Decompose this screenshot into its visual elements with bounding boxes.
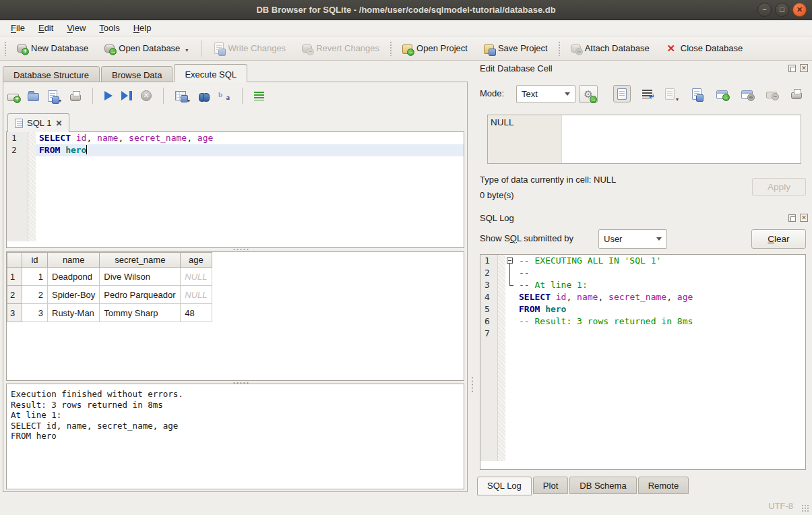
apply-button[interactable]: Apply bbox=[752, 178, 806, 196]
open-external-icon bbox=[716, 90, 728, 99]
sql-log-filter-select[interactable]: User bbox=[598, 229, 667, 249]
code-line: 4SELECT id, name, secret_name, age bbox=[480, 291, 805, 303]
chevron-down-icon bbox=[565, 92, 570, 96]
minimize-button[interactable]: − bbox=[757, 3, 772, 17]
save-sql-file-button[interactable]: ▾ bbox=[48, 88, 61, 104]
toolbar-drag-handle[interactable] bbox=[4, 41, 7, 56]
maximize-button[interactable]: □ bbox=[775, 3, 789, 17]
status-bar: UTF-8 bbox=[0, 497, 812, 515]
table-cell[interactable]: NULL bbox=[181, 268, 212, 286]
write-changes-button[interactable]: Write Changes bbox=[208, 40, 292, 57]
cell-value-editor[interactable]: NULL bbox=[487, 115, 801, 164]
sql-editor[interactable]: 1SELECT id, name, secret_name, age2FROM … bbox=[6, 131, 464, 248]
close-database-button[interactable]: Close Database bbox=[660, 40, 749, 57]
menu-tools[interactable]: Tools bbox=[94, 22, 125, 34]
row-number[interactable]: 3 bbox=[7, 304, 22, 322]
dock-float-icon[interactable] bbox=[788, 65, 796, 72]
dock-close-icon[interactable] bbox=[800, 214, 808, 222]
menu-view[interactable]: View bbox=[61, 22, 91, 34]
table-cell[interactable]: Pedro Parqueador bbox=[100, 286, 181, 304]
clear-log-button[interactable]: Clear bbox=[751, 229, 806, 249]
open-sql-file-icon bbox=[28, 93, 39, 101]
table-cell[interactable]: Spider-Boy bbox=[48, 286, 100, 304]
save-results-icon bbox=[175, 91, 186, 100]
close-database-icon bbox=[666, 42, 677, 55]
table-cell[interactable]: Rusty-Man bbox=[48, 304, 100, 322]
word-wrap-button[interactable] bbox=[638, 85, 656, 102]
export-data-button[interactable] bbox=[688, 85, 706, 102]
copy-link-button[interactable] bbox=[738, 85, 755, 102]
dock-close-icon[interactable] bbox=[800, 64, 808, 72]
splitter-handle[interactable] bbox=[232, 248, 250, 251]
mode-select[interactable]: Text bbox=[516, 85, 575, 103]
format-sql-icon bbox=[254, 92, 264, 100]
table-cell[interactable]: 48 bbox=[181, 304, 212, 322]
autocomplete-button[interactable] bbox=[218, 88, 230, 104]
execute-line-button[interactable] bbox=[121, 88, 132, 104]
code-line: 1SELECT id, name, secret_name, age bbox=[7, 132, 464, 144]
open-project-button[interactable]: Open Project bbox=[396, 40, 474, 57]
tab-database-structure[interactable]: Database Structure bbox=[3, 66, 100, 82]
open-sql-tab-button[interactable] bbox=[7, 88, 19, 104]
close-button[interactable]: ✕ bbox=[792, 3, 807, 17]
cell-value: NULL bbox=[491, 117, 514, 127]
set-null-button[interactable] bbox=[763, 85, 780, 102]
print-sql-button[interactable] bbox=[70, 88, 81, 104]
menu-edit[interactable]: Edit bbox=[33, 22, 59, 34]
open-database-button[interactable]: Open Database ▾ bbox=[98, 40, 194, 56]
table-cell[interactable]: Deadpond bbox=[48, 268, 100, 286]
tab-sql-log[interactable]: SQL Log bbox=[477, 477, 532, 495]
column-header-secret_name[interactable]: secret_name bbox=[100, 253, 181, 268]
sql-log-filter-label: Show SQL submitted by bbox=[480, 233, 573, 243]
text-mode-button[interactable] bbox=[613, 85, 631, 102]
menu-file[interactable]: File bbox=[5, 22, 30, 34]
right-dock-area: Edit Database Cell Mode: Text ▾ NULL Typ… bbox=[476, 61, 812, 497]
set-null-icon bbox=[766, 92, 777, 98]
open-database-dropdown-icon[interactable]: ▾ bbox=[185, 47, 188, 53]
menu-bar: FileEditViewToolsHelp bbox=[0, 20, 812, 36]
column-header-name[interactable]: name bbox=[48, 253, 100, 268]
table-cell[interactable]: 2 bbox=[22, 286, 48, 304]
execute-line-icon bbox=[121, 91, 128, 100]
open-in-external-button[interactable] bbox=[713, 85, 730, 102]
mode-label: Mode: bbox=[480, 88, 504, 98]
format-sql-button[interactable] bbox=[254, 88, 264, 104]
tab-plot[interactable]: Plot bbox=[533, 477, 568, 494]
tab-browse-data[interactable]: Browse Data bbox=[101, 66, 173, 82]
sql-file-icon bbox=[15, 119, 23, 128]
column-header-id[interactable]: id bbox=[22, 253, 48, 268]
tab-execute-sql[interactable]: Execute SQL bbox=[174, 64, 247, 82]
tab-remote[interactable]: Remote bbox=[638, 477, 689, 494]
table-cell[interactable]: Dive Wilson bbox=[100, 268, 181, 286]
sql-log-view[interactable]: 1-- EXECUTING ALL IN 'SQL 1'2--3-- At li… bbox=[480, 254, 806, 470]
save-results-button[interactable]: ▾ bbox=[175, 88, 190, 104]
find-button[interactable] bbox=[199, 88, 210, 104]
table-cell[interactable]: Tommy Sharp bbox=[100, 304, 181, 322]
menu-help[interactable]: Help bbox=[128, 22, 157, 34]
close-sql-tab-icon[interactable]: ✕ bbox=[55, 119, 62, 128]
stop-execution-button[interactable] bbox=[141, 88, 152, 104]
print-cell-button[interactable] bbox=[788, 85, 805, 102]
attach-database-button[interactable]: Attach Database bbox=[565, 40, 656, 56]
encoding-indicator[interactable]: UTF-8 bbox=[768, 501, 793, 511]
save-project-button[interactable]: Save Project bbox=[478, 40, 554, 57]
toolbar-drag-handle[interactable] bbox=[389, 41, 392, 56]
resize-grip[interactable] bbox=[801, 504, 809, 512]
toolbar-drag-handle[interactable] bbox=[558, 41, 561, 56]
new-database-button[interactable]: New Database bbox=[11, 40, 94, 56]
row-number[interactable]: 2 bbox=[7, 286, 22, 304]
column-header-age[interactable]: age bbox=[181, 253, 212, 268]
vertical-splitter-handle[interactable] bbox=[471, 376, 474, 394]
table-cell[interactable]: NULL bbox=[181, 286, 212, 304]
table-cell[interactable]: 3 bbox=[22, 304, 48, 322]
row-number[interactable]: 1 bbox=[7, 268, 22, 286]
open-sql-file-button[interactable] bbox=[28, 88, 39, 104]
import-data-button[interactable]: ▾ bbox=[663, 85, 681, 102]
sql-1-tab[interactable]: SQL 1 ✕ bbox=[7, 113, 69, 132]
execute-all-button[interactable] bbox=[104, 88, 113, 104]
auto-switch-mode-button[interactable] bbox=[579, 85, 598, 103]
dock-float-icon[interactable] bbox=[788, 214, 796, 222]
revert-changes-button[interactable]: Revert Changes bbox=[296, 40, 385, 56]
table-cell[interactable]: 1 bbox=[22, 268, 48, 286]
tab-db-schema[interactable]: DB Schema bbox=[569, 477, 636, 494]
